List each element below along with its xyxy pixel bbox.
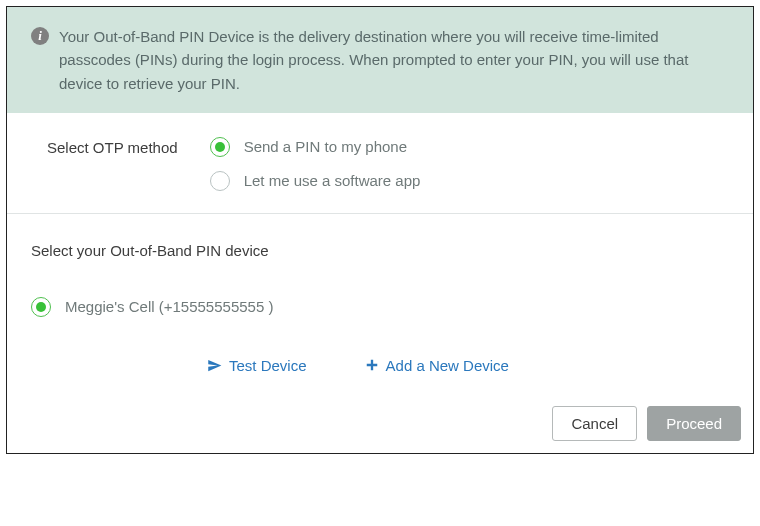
send-icon <box>207 358 222 373</box>
device-heading: Select your Out-of-Band PIN device <box>7 214 753 259</box>
otp-option-phone[interactable]: Send a PIN to my phone <box>210 137 421 157</box>
otp-option-label: Let me use a software app <box>244 172 421 189</box>
otp-method-section: Select OTP method Send a PIN to my phone… <box>7 113 753 213</box>
add-device-link[interactable]: Add a New Device <box>365 357 509 374</box>
radio-icon <box>210 171 230 191</box>
device-option-label: Meggie's Cell (+15555555555 ) <box>65 298 273 315</box>
oob-pin-panel: i Your Out-of-Band PIN Device is the del… <box>6 6 754 454</box>
otp-option-app[interactable]: Let me use a software app <box>210 171 421 191</box>
cancel-button[interactable]: Cancel <box>552 406 637 441</box>
plus-icon <box>365 358 379 372</box>
add-device-label: Add a New Device <box>386 357 509 374</box>
otp-option-label: Send a PIN to my phone <box>244 138 407 155</box>
proceed-button[interactable]: Proceed <box>647 406 741 441</box>
device-actions: Test Device Add a New Device <box>7 317 753 374</box>
otp-method-options: Send a PIN to my phone Let me use a soft… <box>210 137 421 191</box>
footer-buttons: Cancel Proceed <box>7 374 753 453</box>
info-icon: i <box>31 27 49 45</box>
test-device-label: Test Device <box>229 357 307 374</box>
otp-method-label: Select OTP method <box>47 137 178 156</box>
info-text: Your Out-of-Band PIN Device is the deliv… <box>59 25 729 95</box>
device-option-meggies-cell[interactable]: Meggie's Cell (+15555555555 ) <box>7 259 753 317</box>
radio-icon <box>210 137 230 157</box>
radio-icon <box>31 297 51 317</box>
info-banner: i Your Out-of-Band PIN Device is the del… <box>7 7 753 113</box>
test-device-link[interactable]: Test Device <box>207 357 307 374</box>
